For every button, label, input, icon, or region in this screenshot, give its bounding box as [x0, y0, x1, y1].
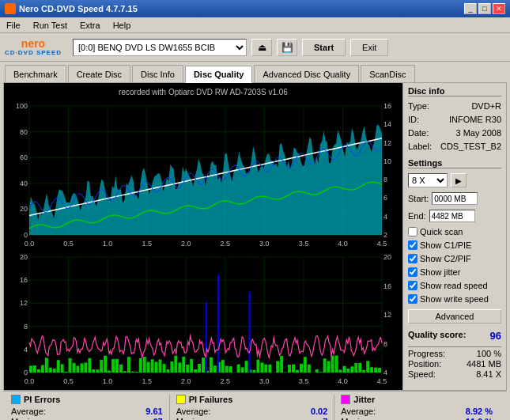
label-label: Label:	[408, 142, 432, 151]
drive-select[interactable]: [0:0] BENQ DVD LS DW1655 BCIB	[73, 39, 247, 56]
menu-run-test[interactable]: Run Test	[30, 20, 70, 31]
show-c1pie-checkbox[interactable]	[408, 240, 417, 250]
pi-max-value: 67	[153, 417, 162, 420]
jitter-max-label: Maximum:	[341, 417, 381, 420]
start-mb-label: Start:	[408, 194, 429, 203]
pi-errors-label: PI Errors	[24, 395, 60, 404]
logo: nero CD·DVD SPEED	[5, 38, 62, 56]
tab-bar: Benchmark Create Disc Disc Info Disc Qua…	[0, 62, 510, 82]
position-row: Position: 4481 MB	[408, 359, 501, 369]
show-jitter-checkbox[interactable]	[408, 267, 417, 277]
main-content: recorded with Optiarc DVD RW AD-7203S v1…	[3, 82, 507, 391]
speed-row: Speed: 8.41 X	[408, 369, 501, 379]
chart-label: recorded with Optiarc DVD RW AD-7203S v1…	[7, 86, 399, 98]
id-label: ID:	[408, 115, 419, 124]
show-c2pif-row: Show C2/PIF	[408, 254, 501, 263]
progress-row: Progress: 100 %	[408, 349, 501, 358]
right-panel: Disc info Type: DVD+R ID: INFOME R30 Dat…	[403, 83, 506, 390]
speed-select[interactable]: 8 X	[408, 173, 448, 187]
title-bar-buttons: _ □ ✕	[464, 3, 505, 14]
type-label: Type:	[408, 101, 429, 111]
show-c2pif-checkbox[interactable]	[408, 254, 417, 263]
jitter-avg-label: Average:	[341, 407, 376, 416]
date-value: 3 May 2008	[456, 128, 501, 138]
jitter-group: Jitter Average: 8.92 % Maximum: 11.6 % P…	[334, 395, 499, 420]
show-jitter-row: Show jitter	[408, 267, 501, 277]
tab-disc-quality[interactable]: Disc Quality	[185, 66, 253, 83]
pi-max-label: Maximum:	[11, 417, 51, 420]
bottom-stats: PI Errors Average: 9.61 Maximum: 67 Tota…	[3, 391, 507, 420]
end-mb-label: End:	[408, 211, 426, 221]
pif-avg-label: Average:	[176, 407, 211, 416]
end-mb-row: End:	[408, 210, 501, 222]
start-button[interactable]: Start	[302, 39, 346, 56]
date-label: Date:	[408, 128, 429, 138]
show-write-speed-label: Show write speed	[420, 294, 489, 304]
close-button[interactable]: ✕	[493, 3, 505, 14]
quality-score: 96	[490, 330, 501, 342]
pi-failures-color	[176, 395, 186, 404]
type-value: DVD+R	[471, 101, 501, 111]
speed-value: 8.41 X	[476, 369, 501, 379]
end-mb-input[interactable]	[429, 210, 475, 222]
pi-avg-label: Average:	[11, 407, 46, 416]
show-c1pie-label: Show C1/PIE	[420, 240, 471, 250]
maximize-button[interactable]: □	[478, 3, 491, 14]
quick-scan-label: Quick scan	[420, 227, 463, 236]
tab-create-disc[interactable]: Create Disc	[68, 65, 130, 82]
show-write-speed-checkbox[interactable]	[408, 294, 417, 304]
start-mb-row: Start:	[408, 192, 501, 205]
pif-avg-value: 0.02	[311, 407, 327, 416]
speed-setting-row: 8 X ▶	[408, 173, 501, 187]
menu-bar: File Run Test Extra Help	[0, 17, 510, 33]
pif-max-value: 7	[323, 417, 327, 420]
advanced-button[interactable]: Advanced	[408, 309, 501, 324]
menu-extra[interactable]: Extra	[77, 20, 104, 31]
progress-value: 100 %	[477, 349, 501, 358]
menu-help[interactable]: Help	[110, 20, 134, 31]
show-c1pie-row: Show C1/PIE	[408, 240, 501, 250]
settings-title: Settings	[408, 158, 501, 168]
show-c2pif-label: Show C2/PIF	[420, 254, 471, 263]
position-value: 4481 MB	[467, 359, 501, 369]
toolbar: nero CD·DVD SPEED [0:0] BENQ DVD LS DW16…	[0, 33, 510, 62]
speed-label: Speed:	[408, 369, 436, 379]
label-value: CDS_TEST_B2	[440, 142, 501, 151]
app-icon	[5, 3, 16, 14]
start-mb-input[interactable]	[432, 192, 478, 205]
pif-max-label: Maximum:	[176, 417, 217, 420]
pi-avg-value: 9.61	[145, 407, 162, 416]
tab-scandisc[interactable]: ScanDisc	[361, 65, 414, 82]
save-icon-button[interactable]: 💾	[277, 39, 297, 56]
show-read-speed-checkbox[interactable]	[408, 281, 417, 290]
show-read-speed-row: Show read speed	[408, 281, 501, 290]
jitter-avg-value: 8.92 %	[466, 407, 493, 416]
show-jitter-label: Show jitter	[420, 267, 460, 277]
quality-label: Quality score:	[408, 330, 466, 342]
top-chart	[7, 101, 399, 249]
quick-scan-checkbox[interactable]	[408, 227, 417, 236]
quick-scan-row: Quick scan	[408, 227, 501, 236]
jitter-max-value: 11.6 %	[466, 417, 493, 420]
id-value: INFOME R30	[449, 115, 501, 124]
progress-label: Progress:	[408, 349, 445, 358]
menu-file[interactable]: File	[3, 20, 24, 31]
title-bar-text: Nero CD-DVD Speed 4.7.7.15	[19, 4, 138, 13]
tab-disc-info[interactable]: Disc Info	[132, 65, 183, 82]
tab-benchmark[interactable]: Benchmark	[5, 65, 66, 82]
pi-failures-label: PI Failures	[189, 395, 233, 404]
pi-errors-color	[11, 395, 21, 404]
chart-area: recorded with Optiarc DVD RW AD-7203S v1…	[4, 83, 403, 390]
speed-icon-button[interactable]: ▶	[451, 173, 467, 187]
show-write-speed-row: Show write speed	[408, 294, 501, 304]
minimize-button[interactable]: _	[464, 3, 477, 14]
eject-icon-button[interactable]: ⏏	[251, 39, 272, 56]
pi-failures-group: PI Failures Average: 0.02 Maximum: 7 Tot…	[169, 395, 334, 420]
jitter-color	[341, 395, 350, 404]
bottom-chart	[7, 252, 399, 387]
tab-advanced-disc-quality[interactable]: Advanced Disc Quality	[254, 65, 359, 82]
exit-button[interactable]: Exit	[350, 39, 388, 56]
title-bar: Nero CD-DVD Speed 4.7.7.15 _ □ ✕	[0, 0, 510, 17]
quality-row: Quality score: 96	[408, 330, 501, 342]
position-label: Position:	[408, 359, 441, 369]
